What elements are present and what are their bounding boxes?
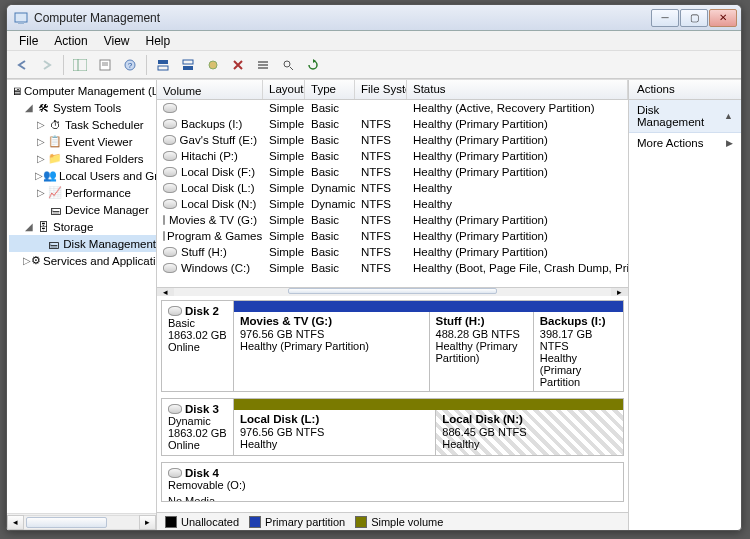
- splitter-hscroll[interactable]: ◂ ▸: [157, 288, 628, 296]
- tree-system-tools[interactable]: ◢🛠System Tools: [9, 99, 156, 116]
- svg-rect-1: [18, 22, 24, 24]
- tree-event-viewer[interactable]: ▷📋Event Viewer: [9, 133, 156, 150]
- tree-disk-management[interactable]: 🖴Disk Management: [9, 235, 156, 252]
- scroll-track[interactable]: [24, 515, 139, 530]
- menu-action[interactable]: Action: [46, 32, 95, 50]
- legend: Unallocated Primary partition Simple vol…: [157, 512, 628, 530]
- col-volume[interactable]: Volume: [157, 80, 263, 99]
- titlebar[interactable]: Computer Management ─ ▢ ✕: [7, 5, 741, 31]
- legend-swatch-unallocated: [165, 516, 177, 528]
- table-row[interactable]: Local Disk (F:)SimpleBasicNTFSHealthy (P…: [157, 164, 628, 180]
- col-status[interactable]: Status: [407, 80, 628, 99]
- volume-name: Hitachi (P:): [181, 150, 238, 162]
- scroll-track[interactable]: [174, 288, 611, 296]
- table-row[interactable]: Stuff (H:)SimpleBasicNTFSHealthy (Primar…: [157, 244, 628, 260]
- tree-hscrollbar[interactable]: ◂ ▸: [7, 513, 156, 530]
- menu-file[interactable]: File: [11, 32, 46, 50]
- volume-icon: [163, 263, 177, 273]
- tree-services[interactable]: ▷⚙Services and Applications: [9, 252, 156, 269]
- expand-icon[interactable]: ▷: [35, 153, 47, 164]
- expand-icon[interactable]: ▷: [35, 136, 47, 147]
- view-top-button[interactable]: [152, 54, 174, 76]
- scroll-thumb[interactable]: [288, 288, 498, 294]
- perf-icon: 📈: [47, 185, 63, 201]
- menu-help[interactable]: Help: [138, 32, 179, 50]
- help-button[interactable]: ?: [119, 54, 141, 76]
- table-row[interactable]: SimpleBasicHealthy (Active, Recovery Par…: [157, 100, 628, 116]
- menu-view[interactable]: View: [96, 32, 138, 50]
- partition[interactable]: Local Disk (N:) 886.45 GB NTFS Healthy: [435, 410, 623, 455]
- table-row[interactable]: Movies & TV (G:)SimpleBasicNTFSHealthy (…: [157, 212, 628, 228]
- collapse-icon[interactable]: ◢: [23, 102, 35, 113]
- scroll-right-button[interactable]: ▸: [139, 515, 156, 530]
- table-row[interactable]: Program & Games (D:)SimpleBasicNTFSHealt…: [157, 228, 628, 244]
- find-button[interactable]: [277, 54, 299, 76]
- partition-name: Backups (I:): [540, 315, 617, 327]
- tree-storage[interactable]: ◢🗄Storage: [9, 218, 156, 235]
- tree-task-scheduler[interactable]: ▷⏱Task Scheduler: [9, 116, 156, 133]
- legend-label: Primary partition: [265, 516, 345, 528]
- table-row[interactable]: Gav's Stuff (E:)SimpleBasicNTFSHealthy (…: [157, 132, 628, 148]
- actions-category[interactable]: Disk Management ▲: [629, 100, 741, 133]
- disk-icon: [168, 404, 182, 414]
- volume-layout: Simple: [263, 230, 305, 242]
- table-row[interactable]: Windows (C:)SimpleBasicNTFSHealthy (Boot…: [157, 260, 628, 276]
- partition[interactable]: Movies & TV (G:) 976.56 GB NTFS Healthy …: [234, 312, 429, 391]
- volume-name: Stuff (H:): [181, 246, 227, 258]
- scroll-thumb[interactable]: [26, 517, 107, 528]
- disk-type: Removable (O:): [168, 479, 228, 491]
- delete-button[interactable]: [227, 54, 249, 76]
- table-row[interactable]: Hitachi (P:)SimpleBasicNTFSHealthy (Prim…: [157, 148, 628, 164]
- actions-more[interactable]: More Actions ▶: [629, 133, 741, 153]
- partition[interactable]: Local Disk (L:) 976.56 GB NTFS Healthy: [234, 410, 435, 455]
- volume-status: Healthy (Primary Partition): [407, 150, 628, 162]
- show-tree-button[interactable]: [69, 54, 91, 76]
- disk-2[interactable]: Disk 2 Basic 1863.02 GB Online Movies & …: [161, 300, 624, 392]
- table-row[interactable]: Backups (I:)SimpleBasicNTFSHealthy (Prim…: [157, 116, 628, 132]
- maximize-button[interactable]: ▢: [680, 9, 708, 27]
- volume-layout: Simple: [263, 102, 305, 114]
- scroll-left-button[interactable]: ◂: [7, 515, 24, 530]
- close-button[interactable]: ✕: [709, 9, 737, 27]
- expand-icon[interactable]: ▷: [35, 187, 47, 198]
- window-title: Computer Management: [34, 11, 651, 25]
- volume-icon: [163, 199, 177, 209]
- expand-icon[interactable]: ▷: [35, 119, 47, 130]
- properties-button[interactable]: [94, 54, 116, 76]
- expand-icon[interactable]: ▷: [35, 170, 43, 181]
- action-list-button[interactable]: [252, 54, 274, 76]
- nav-back-button[interactable]: [11, 54, 33, 76]
- volume-icon: [163, 119, 177, 129]
- col-layout[interactable]: Layout: [263, 80, 305, 99]
- table-row[interactable]: Local Disk (L:)SimpleDynamicNTFSHealthy: [157, 180, 628, 196]
- scroll-left-button[interactable]: ◂: [157, 288, 174, 296]
- table-row[interactable]: Local Disk (N:)SimpleDynamicNTFSHealthy: [157, 196, 628, 212]
- partition[interactable]: Stuff (H:) 488.28 GB NTFS Healthy (Prima…: [429, 312, 533, 391]
- col-type[interactable]: Type: [305, 80, 355, 99]
- partition[interactable]: Backups (I:) 398.17 GB NTFS Healthy (Pri…: [533, 312, 623, 391]
- tree-root[interactable]: 🖥Computer Management (Local: [9, 82, 156, 99]
- nav-forward-button[interactable]: [36, 54, 58, 76]
- tree-shared-folders[interactable]: ▷📁Shared Folders: [9, 150, 156, 167]
- volume-fs: NTFS: [355, 118, 407, 130]
- volume-icon: [163, 183, 177, 193]
- view-bottom-button[interactable]: [177, 54, 199, 76]
- color-stripe: [234, 399, 623, 410]
- tree-device-manager[interactable]: 🖴Device Manager: [9, 201, 156, 218]
- expand-icon[interactable]: ▷: [23, 255, 31, 266]
- graphical-view: Disk 2 Basic 1863.02 GB Online Movies & …: [157, 296, 628, 512]
- legend-swatch-primary: [249, 516, 261, 528]
- settings-button[interactable]: [202, 54, 224, 76]
- minimize-button[interactable]: ─: [651, 9, 679, 27]
- tree-local-users[interactable]: ▷👥Local Users and Groups: [9, 167, 156, 184]
- refresh-button[interactable]: [302, 54, 324, 76]
- col-fs[interactable]: File System: [355, 80, 407, 99]
- collapse-icon[interactable]: ◢: [23, 221, 35, 232]
- svg-rect-10: [158, 66, 168, 70]
- disk-4[interactable]: Disk 4 Removable (O:) No Media: [161, 462, 624, 502]
- volume-icon: [163, 135, 176, 145]
- tree-performance[interactable]: ▷📈Performance: [9, 184, 156, 201]
- svg-rect-0: [15, 13, 27, 22]
- disk-3[interactable]: Disk 3 Dynamic 1863.02 GB Online Local D…: [161, 398, 624, 456]
- scroll-right-button[interactable]: ▸: [611, 288, 628, 296]
